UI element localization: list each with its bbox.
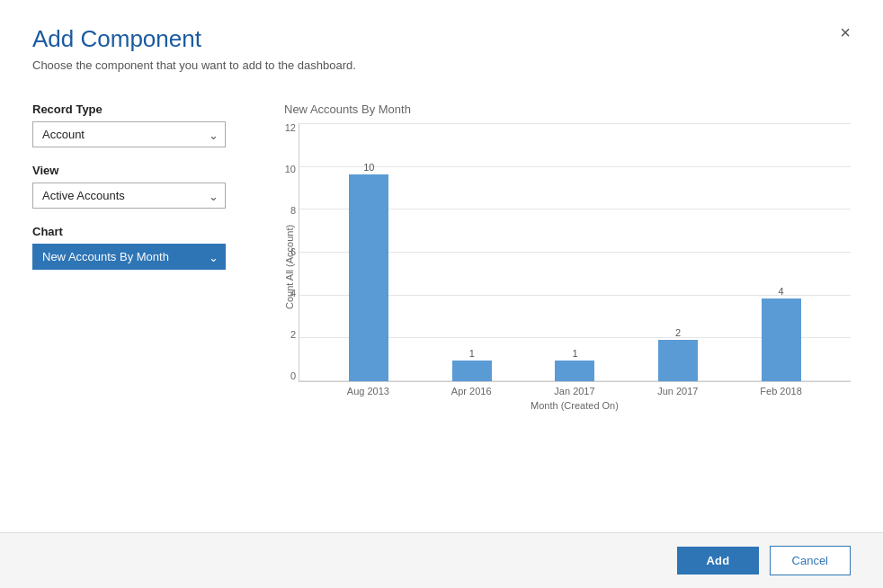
dialog-title: Add Component	[32, 25, 851, 53]
dialog-header: Add Component Choose the component that …	[0, 0, 883, 81]
chart-plot: 12 10 8 6 4 2 0	[299, 123, 851, 382]
close-button[interactable]: ×	[833, 20, 858, 45]
bar-aug-2013: 10	[349, 162, 388, 381]
dialog-body: Record Type Account ⌄ View Active Accoun…	[0, 81, 883, 532]
y-tick-8: 8	[272, 206, 296, 216]
bar-rect-apr-2016	[452, 361, 492, 381]
y-tick-4: 4	[272, 289, 296, 298]
record-type-label: Record Type	[32, 102, 248, 116]
bar-rect-jan-2017	[555, 361, 594, 381]
y-tick-2: 2	[272, 330, 296, 340]
chart-select[interactable]: New Accounts By Month	[32, 244, 226, 270]
bar-rect-jun-2017	[658, 340, 698, 381]
y-tick-10: 10	[272, 165, 296, 174]
record-type-select-wrapper: Account ⌄	[32, 121, 226, 147]
bar-value-feb-2018: 4	[779, 286, 784, 297]
chart-title: New Accounts By Month	[284, 102, 851, 116]
x-label-feb-2018: Feb 2018	[745, 386, 817, 396]
bar-jun-2017: 2	[658, 327, 698, 381]
x-labels-row: Aug 2013 Apr 2016 Jan 2017 Jun 2017 Feb …	[299, 386, 851, 396]
add-button[interactable]: Add	[677, 547, 758, 575]
view-select[interactable]: Active Accounts	[32, 183, 226, 209]
bar-jan-2017: 1	[555, 348, 594, 381]
right-panel: New Accounts By Month Count All (Account…	[284, 102, 851, 514]
record-type-select[interactable]: Account	[32, 121, 226, 147]
view-field: View Active Accounts ⌄	[32, 164, 248, 209]
y-tick-6: 6	[272, 247, 296, 257]
x-label-jun-2017: Jun 2017	[642, 386, 714, 396]
bar-rect-feb-2018	[762, 298, 801, 381]
chart-field: Chart New Accounts By Month ⌄	[32, 225, 248, 270]
y-tick-labels: 12 10 8 6 4 2 0	[272, 123, 296, 381]
x-axis-title: Month (Created On)	[299, 400, 851, 411]
x-label-jan-2017: Jan 2017	[539, 386, 611, 396]
y-tick-12: 12	[272, 123, 296, 133]
add-component-dialog: Add Component Choose the component that …	[0, 0, 883, 588]
left-panel: Record Type Account ⌄ View Active Accoun…	[32, 102, 248, 514]
y-tick-0: 0	[272, 371, 296, 381]
bar-value-jun-2017: 2	[675, 327, 681, 338]
chart-label: Chart	[32, 225, 248, 238]
bar-value-jan-2017: 1	[572, 348, 577, 359]
x-axis-area: Aug 2013 Apr 2016 Jan 2017 Jun 2017 Feb …	[299, 386, 851, 411]
bar-rect-aug-2013	[349, 174, 388, 381]
bar-value-apr-2016: 1	[469, 348, 475, 359]
cancel-button[interactable]: Cancel	[770, 546, 851, 575]
chart-select-wrapper: New Accounts By Month ⌄	[32, 244, 226, 270]
chart-inner: 12 10 8 6 4 2 0	[299, 123, 851, 411]
record-type-field: Record Type Account ⌄	[32, 102, 248, 147]
x-label-apr-2016: Apr 2016	[435, 386, 507, 396]
dialog-subtitle: Choose the component that you want to ad…	[32, 58, 851, 72]
dialog-footer: Add Cancel	[0, 532, 883, 588]
x-label-aug-2013: Aug 2013	[332, 386, 404, 396]
chart-area: Count All (Account) 12 10 8 6 4 2	[284, 123, 851, 514]
bar-apr-2016: 1	[452, 348, 492, 381]
view-label: View	[32, 164, 248, 177]
chart-container: Count All (Account) 12 10 8 6 4 2	[284, 123, 851, 411]
bars-row: 10 1 1	[299, 123, 851, 381]
view-select-wrapper: Active Accounts ⌄	[32, 183, 226, 209]
bar-value-aug-2013: 10	[363, 162, 374, 173]
bar-feb-2018: 4	[762, 286, 801, 381]
